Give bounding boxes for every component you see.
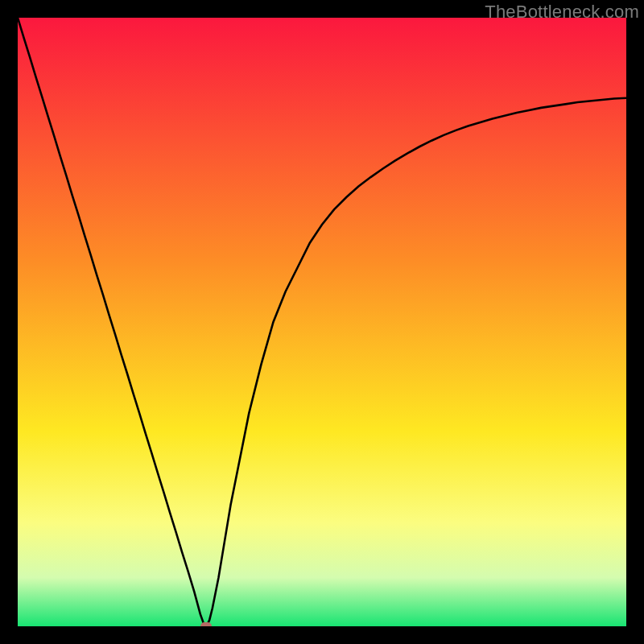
chart-frame: TheBottleneck.com xyxy=(0,0,644,644)
watermark-text: TheBottleneck.com xyxy=(485,2,639,23)
optimal-point-marker xyxy=(200,622,212,626)
plot-area xyxy=(18,18,626,626)
bottleneck-curve xyxy=(18,18,626,626)
